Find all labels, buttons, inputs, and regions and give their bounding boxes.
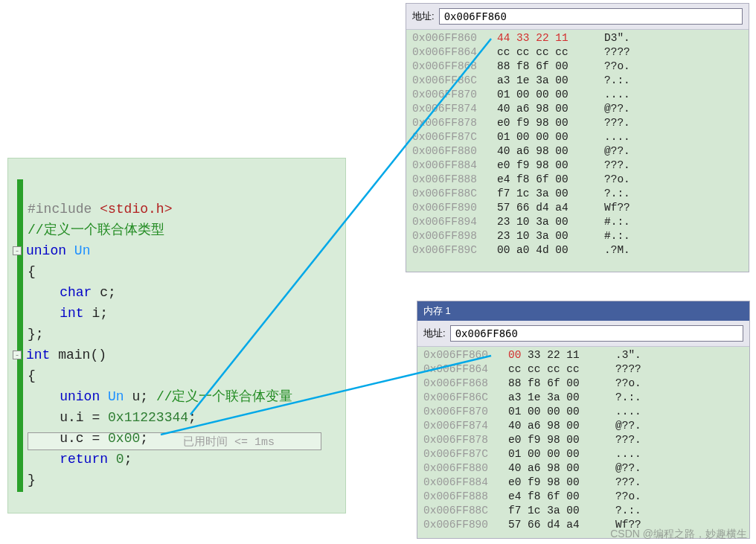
memory-ascii: #.:.	[604, 215, 630, 229]
watermark: CSDN @编程之路，妙趣横生	[610, 528, 747, 541]
memory-row: 0x006FF87440 a6 98 00@??.	[423, 419, 743, 433]
memory-ascii: D3".	[604, 31, 630, 45]
change-marker	[17, 179, 23, 492]
fold-icon[interactable]: -	[13, 246, 22, 255]
memory-row: 0x006FF87C01 00 00 00....	[412, 130, 743, 144]
rbrace2: }	[28, 473, 36, 487]
memory-ascii: @??.	[615, 419, 641, 433]
memory-address: 0x006FF880	[423, 461, 498, 476]
memory-address: 0x006FF894	[412, 215, 487, 229]
memory-address: 0x006FF888	[423, 490, 498, 504]
memory-row: 0x006FF87C01 00 00 00....	[423, 447, 743, 461]
memory-address: 0x006FF86C	[412, 74, 487, 88]
memory-window-title: 内存 1	[417, 301, 749, 321]
memory-bytes: e0 f9 98 00	[508, 433, 605, 447]
memory-ascii: ????	[604, 45, 630, 60]
address-input[interactable]	[439, 8, 743, 25]
memory-bytes: e0 f9 98 00	[508, 476, 605, 490]
memory-row: 0x006FF88040 a6 98 00@??.	[423, 461, 743, 476]
memory-address: 0x006FF874	[423, 419, 498, 433]
memory-row: 0x006FF86888 f8 6f 00??o.	[423, 377, 743, 391]
memory-ascii: @??.	[615, 461, 641, 476]
memory-bytes: a3 1e 3a 00	[508, 391, 605, 405]
memory-row: 0x006FF864cc cc cc cc????	[423, 362, 743, 377]
code-editor: #include <stdio.h> //定义一个联合体类型 -union Un…	[7, 158, 346, 513]
address-input[interactable]	[450, 325, 743, 342]
memory-ascii: ??o.	[615, 490, 641, 504]
memory-row: 0x006FF888e4 f8 6f 00??o.	[423, 490, 743, 504]
memory-row: 0x006FF87001 00 00 00....	[423, 405, 743, 419]
memory-bytes: 57 66 d4 a4	[508, 518, 605, 532]
lbrace: {	[28, 264, 36, 279]
memory-address: 0x006FF874	[412, 102, 487, 116]
memory-address-bar: 地址:	[417, 321, 749, 347]
kw-int: int	[60, 306, 83, 321]
memory-address: 0x006FF89C	[412, 243, 487, 257]
memory-bytes: 57 66 d4 a4	[497, 201, 594, 215]
memory-bytes: cc cc cc cc	[508, 362, 605, 377]
debug-time-annotation: 已用时间 <= 1ms	[183, 435, 275, 449]
memory-bytes: 40 a6 98 00	[497, 102, 594, 116]
include-header: <stdio.h>	[100, 202, 172, 217]
type-un: Un	[74, 243, 91, 258]
memory-address: 0x006FF884	[412, 159, 487, 173]
memory-ascii: ....	[604, 130, 630, 144]
member-c: c;	[100, 285, 116, 300]
memory-ascii: ??o.	[615, 377, 641, 391]
memory-row: 0x006FF89823 10 3a 00#.:.	[412, 229, 743, 243]
memory-ascii: Wf??	[604, 201, 630, 215]
memory-ascii: @??.	[604, 144, 630, 159]
memory-address: 0x006FF864	[412, 45, 487, 60]
memory-row: 0x006FF88Cf7 1c 3a 00?.:.	[412, 187, 743, 201]
memory-bytes: cc cc cc cc	[497, 45, 594, 60]
var-u: u;	[132, 389, 148, 404]
memory-address: 0x006FF87C	[423, 447, 498, 461]
memory-window-top: 地址: 0x006FF86044 33 22 11D3".0x006FF864c…	[406, 3, 749, 272]
memory-row: 0x006FF884e0 f9 98 00???.	[423, 476, 743, 490]
kw-union-var: union	[60, 389, 100, 404]
memory-address: 0x006FF860	[412, 31, 487, 45]
memory-bytes: 01 00 00 00	[497, 88, 594, 102]
memory-address: 0x006FF870	[412, 88, 487, 102]
memory-ascii: ?.:.	[615, 504, 641, 518]
memory-row: 0x006FF878e0 f9 98 00???.	[423, 433, 743, 447]
memory-ascii: ?.:.	[615, 391, 641, 405]
memory-address: 0x006FF86C	[423, 391, 498, 405]
memory-bytes: 23 10 3a 00	[497, 215, 594, 229]
kw-return: return	[60, 452, 108, 467]
memory-address: 0x006FF868	[423, 377, 498, 391]
num-00: 0x00	[108, 431, 140, 446]
memory-row: 0x006FF87440 a6 98 00@??.	[412, 102, 743, 116]
memory-address: 0x006FF87C	[412, 130, 487, 144]
code-content[interactable]: #include <stdio.h> //定义一个联合体类型 -union Un…	[28, 178, 293, 511]
memory-rows[interactable]: 0x006FF86000 33 22 11.3".0x006FF864cc cc…	[417, 347, 749, 537]
kw-char: char	[60, 285, 92, 300]
memory-address: 0x006FF898	[412, 229, 487, 243]
memory-address: 0x006FF88C	[423, 504, 498, 518]
memory-address: 0x006FF878	[423, 433, 498, 447]
memory-ascii: ?.:.	[604, 74, 630, 88]
memory-ascii: ....	[615, 447, 641, 461]
memory-ascii: .3".	[615, 348, 641, 362]
memory-bytes: 01 00 00 00	[508, 447, 605, 461]
memory-bytes: 00 a0 4d 00	[497, 243, 594, 257]
memory-row: 0x006FF89057 66 d4 a4Wf??	[412, 201, 743, 215]
fold-icon[interactable]: -	[13, 351, 22, 359]
include-directive: #include	[28, 202, 100, 217]
memory-rows[interactable]: 0x006FF86044 33 22 11D3".0x006FF864cc cc…	[406, 30, 749, 262]
memory-ascii: ???.	[604, 116, 630, 130]
memory-bytes: f7 1c 3a 00	[508, 504, 605, 518]
memory-address: 0x006FF864	[423, 362, 498, 377]
memory-ascii: ??o.	[604, 60, 630, 74]
memory-ascii: ....	[615, 405, 641, 419]
memory-ascii: ????	[615, 362, 641, 377]
memory-ascii: ???.	[615, 476, 641, 490]
memory-bytes: 40 a6 98 00	[508, 419, 605, 433]
memory-address: 0x006FF890	[423, 518, 498, 532]
memory-row: 0x006FF88Cf7 1c 3a 00?.:.	[423, 504, 743, 518]
address-label: 地址:	[412, 10, 435, 23]
memory-row: 0x006FF86044 33 22 11D3".	[412, 31, 743, 45]
memory-row: 0x006FF86Ca3 1e 3a 00?.:.	[412, 74, 743, 88]
memory-bytes: 88 f8 6f 00	[497, 60, 594, 74]
memory-bytes: 01 00 00 00	[508, 405, 605, 419]
